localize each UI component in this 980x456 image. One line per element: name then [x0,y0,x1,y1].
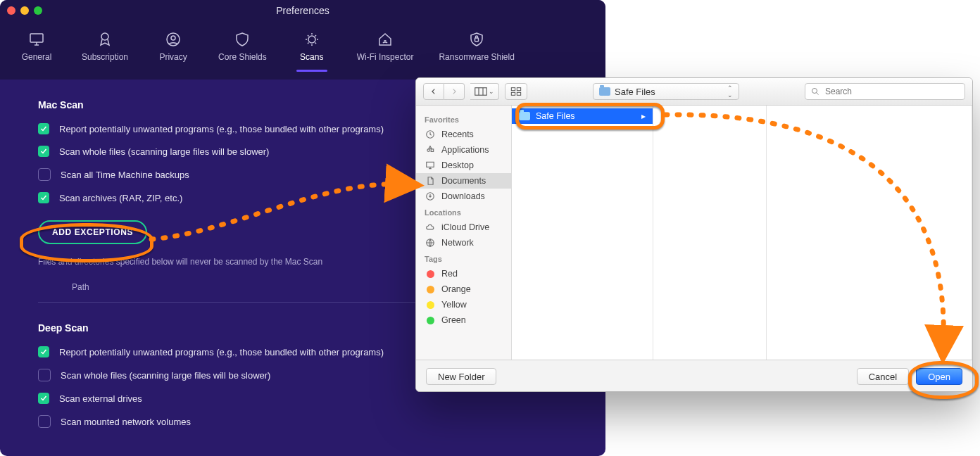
new-folder-button[interactable]: New Folder [426,368,496,385]
bug-scan-icon [303,31,320,48]
tab-ransomware-shield[interactable]: Ransomware Shield [436,27,517,66]
shield-icon [234,31,251,48]
option-label: Scan external drives [59,393,142,404]
option-label: Scan whole files (scanning large files w… [61,370,270,381]
sidebar-item-label: Yellow [441,300,467,310]
sidebar-header-tags: Tags [416,251,511,266]
check-icon [39,194,48,202]
apps-icon [425,145,436,155]
checkbox[interactable] [38,346,49,357]
tab-label: Wi-Fi Inspector [357,52,414,62]
svg-point-4 [308,36,315,43]
option-label: Report potentially unwanted programs (e.… [59,124,384,134]
checkbox[interactable] [38,415,51,428]
search-input[interactable] [824,86,959,97]
folder-icon [519,112,530,120]
sidebar-tag-orange[interactable]: Orange [416,281,511,297]
chevron-right-icon: ▸ [641,111,646,121]
tab-wifi-inspector[interactable]: Wi-Fi Inspector [354,27,417,66]
tab-scans[interactable]: Scans [289,27,334,66]
folder-item-label: Safe Files [536,111,575,121]
forward-button[interactable] [444,83,465,100]
path-dropdown[interactable]: Safe Files ⌃⌄ [593,83,739,100]
finder-body: Favorites Recents Applications Desktop [416,106,972,360]
sidebar-item-label: Recents [441,129,474,139]
sidebar-item-desktop[interactable]: Desktop [416,158,511,173]
svg-point-1 [101,33,108,40]
deep-scan-option-2: Scan external drives [38,393,567,404]
tab-label: Privacy [159,52,187,62]
chevron-right-icon [451,88,458,95]
finder-toolbar: ⌄ Safe Files ⌃⌄ [416,78,972,106]
add-exceptions-button[interactable]: ADD EXCEPTIONS [38,220,147,244]
back-button[interactable] [423,83,444,100]
window-title: Preferences [0,5,605,16]
checkbox[interactable] [38,168,51,181]
sidebar-item-icloud[interactable]: iCloud Drive [416,220,511,235]
tag-dot-icon [427,286,434,293]
sidebar-item-applications[interactable]: Applications [416,142,511,158]
tab-general[interactable]: General [14,27,59,66]
svg-point-3 [171,36,175,40]
tab-label: General [22,52,52,62]
sidebar-header-locations: Locations [416,204,511,220]
sidebar-item-label: Downloads [441,191,485,201]
sidebar-item-network[interactable]: Network [416,235,511,251]
view-columns-button[interactable]: ⌄ [470,83,499,100]
sidebar-item-label: Documents [441,176,486,186]
desktop-icon [425,160,436,170]
tab-subscription[interactable]: Subscription [79,27,131,66]
sidebar-item-downloads[interactable]: Downloads [416,189,511,204]
finder-column-1[interactable]: Safe Files ▸ [512,106,653,360]
open-button[interactable]: Open [916,368,962,385]
check-icon [39,125,48,133]
checkbox[interactable] [38,146,49,157]
check-icon [39,394,48,403]
sidebar-item-label: Applications [441,145,489,155]
sidebar-header-favorites: Favorites [416,111,511,127]
house-wifi-icon [377,31,394,48]
chevron-left-icon [430,88,437,95]
folder-item-safe-files[interactable]: Safe Files ▸ [512,108,653,124]
monitor-icon [28,31,45,48]
sidebar-tag-red[interactable]: Red [416,266,511,281]
search-field[interactable] [805,83,965,100]
svg-point-11 [812,89,817,94]
svg-rect-10 [517,92,520,95]
document-icon [425,176,436,186]
finder-column-2[interactable] [653,106,767,360]
sidebar-item-label: Green [441,315,466,325]
badge-icon [96,31,113,48]
cancel-button[interactable]: Cancel [857,368,909,385]
svg-rect-8 [517,88,520,91]
finder-sidebar: Favorites Recents Applications Desktop [416,106,512,360]
finder-column-3[interactable] [767,106,972,360]
grid-icon [510,87,522,96]
user-shield-icon [165,31,182,48]
check-icon [39,348,48,356]
checkbox[interactable] [38,393,49,404]
columns-icon [475,87,487,96]
sidebar-tag-yellow[interactable]: Yellow [416,297,511,312]
tab-label: Core Shields [218,52,267,62]
sidebar-item-documents[interactable]: Documents [416,173,511,189]
sidebar-item-label: iCloud Drive [441,222,489,232]
sidebar-item-recents[interactable]: Recents [416,127,511,142]
group-button[interactable] [505,83,527,100]
finder-open-sheet: ⌄ Safe Files ⌃⌄ Favorites Recent [415,77,973,392]
sidebar-tag-green[interactable]: Green [416,312,511,328]
option-label: Report potentially unwanted programs (e.… [59,347,384,357]
checkbox[interactable] [38,192,49,203]
nav-buttons [423,83,465,100]
finder-columns: Safe Files ▸ [512,106,972,360]
lock-shield-icon [468,31,485,48]
sidebar-item-label: Orange [441,284,471,294]
tab-core-shields[interactable]: Core Shields [215,27,270,66]
sidebar-item-label: Red [441,269,458,279]
checkbox[interactable] [38,369,51,381]
tab-privacy[interactable]: Privacy [151,27,196,66]
option-label: Scan archives (RAR, ZIP, etc.) [59,193,182,203]
path-dropdown-label: Safe Files [615,87,655,97]
option-label: Scan all Time Machine backups [61,170,189,180]
checkbox[interactable] [38,123,49,134]
